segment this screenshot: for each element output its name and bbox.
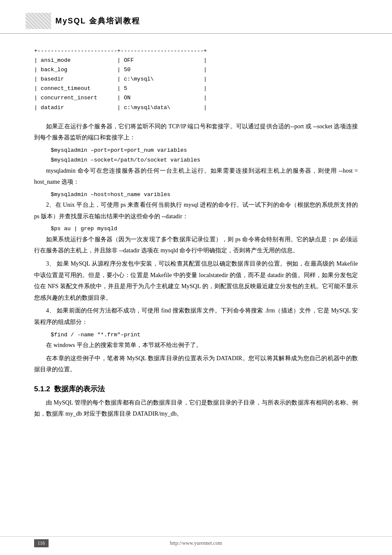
code-line-1: $mysqladmin –port=port=port_num variable… — [51, 145, 358, 155]
page-number: 116 — [34, 539, 49, 547]
header-logo — [26, 13, 51, 29]
code-line-5: $find / -name "*.frm"–print — [51, 330, 358, 340]
page-title: MySQL 金典培训教程 — [55, 16, 140, 26]
code-line-2: $mysqladmin –socket=/path/to/socket vari… — [51, 155, 358, 165]
page: MySQL 金典培训教程 +------------------------+-… — [0, 0, 392, 555]
footer-url: http://www.yurennet.com — [170, 540, 222, 546]
page-footer: 116 http://www.yurennet.com — [0, 536, 392, 546]
section-content: 由 MySQL 管理的每个数据库都有自己的数据库目录，它们是数据目录的子目录，与… — [34, 397, 358, 420]
paragraph-2: mysqladmin 命令可在您连接服务器的任何一台主机上运行。如果需要连接到远… — [34, 165, 358, 188]
page-content: +------------------------+--------------… — [0, 34, 392, 447]
code-line-4: $ps au | grep mysqld — [51, 224, 358, 234]
paragraph-6: 4、 如果前面的任何方法都不成功，可使用 find 搜索数据库文件。下列命令将搜… — [34, 305, 358, 328]
section-title: 5.1.2 数据库的表示法 — [34, 384, 358, 394]
code-line-3: $mysqladmin –host=host_name varibles — [51, 190, 358, 199]
paragraph-8: 在本章的这些例子中，笔者将 MySQL 数据库目录的位置表示为 DATADIR。… — [34, 353, 358, 376]
paragraph-5: 3、 如果 MySQL 从源程序分发包中安装，可以检查其配置信息以确定数据库目录… — [34, 258, 358, 304]
paragraph-4: 如果系统运行多个服务器（因为一次发现了多个数据库记录位置），则 ps 命令将会特… — [34, 234, 358, 257]
page-header: MySQL 金典培训教程 — [0, 0, 392, 34]
paragraph-7: 在 windows 平台上的搜索非常简单，本节就不给出例子了。 — [34, 340, 358, 351]
paragraph-1: 如果正在运行多个服务器，它们将监听不同的 TCP/IP 端口号和套接字。可以通过… — [34, 121, 358, 144]
paragraph-3: 2、在 Unix 平台上，可使用 ps 来查看任何当前执行 mysql 进程的命… — [34, 199, 358, 222]
code-table: +------------------------+--------------… — [34, 46, 358, 113]
